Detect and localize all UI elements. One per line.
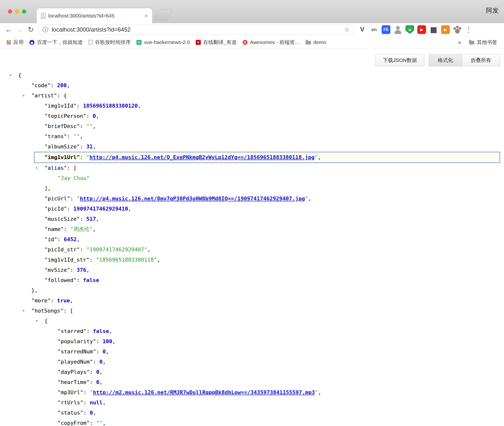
- json-string: ": [315, 389, 318, 395]
- folder-icon: [306, 41, 311, 44]
- vimium-extension-icon[interactable]: V: [358, 25, 367, 34]
- json-url-link[interactable]: http://p4.music.126.net/Q_ExePNkmgB2yWyL…: [89, 154, 314, 160]
- json-punct: :: [76, 103, 83, 109]
- json-num: 0: [96, 369, 99, 375]
- download-json-button[interactable]: 下载JSON数据: [375, 54, 424, 66]
- baidu-icon: [29, 40, 34, 45]
- json-key: "hotSongs": [31, 308, 63, 314]
- json-punct: ,: [109, 328, 112, 334]
- bookmark-item[interactable]: 应用: [4, 38, 26, 47]
- paw-extension-icon[interactable]: [453, 25, 462, 34]
- json-punct: ,: [308, 196, 311, 202]
- window-minimize-button[interactable]: [15, 9, 19, 14]
- forward-icon: →: [14, 26, 25, 33]
- apps-icon: [7, 40, 11, 44]
- json-line: "code": 200,: [0, 80, 504, 91]
- json-punct: ,: [70, 298, 73, 304]
- tab-close-icon[interactable]: ×: [144, 13, 148, 19]
- json-punct: :: [57, 236, 64, 242]
- format-button[interactable]: 格式化: [429, 54, 462, 66]
- browser-tab[interactable]: localhost:3000/artists?id=645 ×: [36, 8, 152, 23]
- address-bar[interactable]: ⓘ localhost:3000/artists?id=6452 ☆: [38, 25, 354, 35]
- collapse-toggle-icon[interactable]: ▼: [23, 91, 25, 101]
- other-bookmarks-folder[interactable]: 其他书签: [466, 38, 500, 47]
- collapse-toggle-icon[interactable]: ▼: [9, 70, 11, 80]
- json-line: ▼"artist": {: [0, 91, 504, 101]
- json-punct: ,: [147, 247, 151, 253]
- collapse-toggle-icon[interactable]: ▼: [36, 163, 38, 173]
- bookmark-label: 百度一下，你就知道: [37, 39, 83, 46]
- bookmark-star-icon[interactable]: ☆: [344, 26, 350, 34]
- json-key: "musicSize": [44, 216, 80, 222]
- json-punct: [: [70, 308, 73, 314]
- bookmark-item[interactable]: 谷歌按时间排序: [86, 38, 134, 47]
- json-line: "musicSize": 517,: [0, 214, 504, 224]
- json-punct: :: [80, 154, 86, 160]
- browser-menu-icon[interactable]: ⋮: [465, 25, 472, 34]
- bookmark-item[interactable]: AAwesomes - 前端资…: [240, 38, 303, 47]
- site-info-icon[interactable]: ⓘ: [42, 26, 48, 34]
- tab-strip: localhost:3000/artists?id=645 × 阿发: [0, 0, 504, 23]
- back-icon[interactable]: ←: [3, 26, 14, 33]
- awesomes-icon: A: [243, 40, 248, 45]
- browser-toolbar: ← → ↻ ⓘ localhost:3000/artists?id=6452 ☆…: [0, 23, 504, 36]
- url-text[interactable]: localhost:3000/artists?id=6452: [52, 26, 341, 33]
- translate-extension-icon[interactable]: en: [370, 25, 378, 34]
- json-punct: :: [96, 338, 103, 344]
- new-tab-button[interactable]: [154, 9, 173, 20]
- json-line: "img1v1Id": 18569651883380120,: [0, 101, 504, 111]
- json-line: ▼"hotSongs": [: [0, 306, 504, 316]
- json-string: ": [86, 154, 89, 160]
- profile-name[interactable]: 阿发: [486, 6, 499, 15]
- collapse-toggle-icon[interactable]: ▼: [23, 306, 25, 316]
- json-key: "more": [31, 298, 50, 304]
- json-bool: false: [93, 328, 109, 334]
- json-num: 0: [96, 379, 99, 385]
- bookmark-item[interactable]: Y在线翻译_有道: [193, 38, 240, 47]
- json-bool: false: [83, 277, 99, 283]
- json-punct: :: [76, 277, 83, 283]
- bookmark-label: 谷歌按时间排序: [95, 39, 131, 46]
- json-punct: ,: [106, 349, 109, 355]
- json-line: "albumSize": 31,: [0, 142, 504, 152]
- json-key: "starred": [58, 328, 86, 334]
- json-punct: :: [90, 369, 96, 375]
- collapse-all-button[interactable]: 折叠所有: [462, 54, 500, 66]
- reload-icon[interactable]: ↻: [25, 26, 36, 33]
- qr-extension-icon[interactable]: ▦: [429, 25, 438, 34]
- user-extension-icon[interactable]: [394, 25, 402, 34]
- json-line: "picId_str": "19097417462929407",: [0, 245, 504, 255]
- collapse-toggle-icon[interactable]: ▼: [36, 316, 38, 326]
- bookmark-label: Awesomes - 前端资…: [250, 39, 300, 46]
- fe-extension-icon[interactable]: FE: [382, 25, 390, 34]
- json-punct: ,: [128, 206, 131, 212]
- extensions-area: VenFEu▶▦▶: [358, 25, 462, 34]
- player-extension-icon[interactable]: ▶: [441, 25, 450, 34]
- shield-extension-icon[interactable]: u: [405, 25, 414, 34]
- vue-icon: V: [136, 40, 142, 45]
- json-key: "starredNum": [58, 349, 96, 355]
- bookmarks-overflow-icon[interactable]: »: [458, 39, 461, 46]
- json-url-link[interactable]: http://p4.music.126.net/8mv7qP30Pd3oHW8b…: [80, 196, 305, 202]
- json-punct: ,: [112, 338, 115, 344]
- json-punct: :: [64, 226, 70, 232]
- json-punct: {: [44, 318, 48, 324]
- json-bool: true: [57, 298, 70, 304]
- json-line: "copyFrom": "",: [0, 418, 504, 426]
- json-punct: :: [80, 123, 86, 129]
- json-punct: :: [86, 328, 93, 334]
- folder-icon: [469, 41, 474, 44]
- youtube-extension-icon[interactable]: ▶: [417, 25, 426, 34]
- json-punct: ,: [67, 82, 70, 88]
- json-num: 517: [86, 216, 96, 222]
- json-key: "picUrl": [44, 196, 70, 202]
- bookmark-item[interactable]: 百度一下，你就知道: [26, 38, 86, 47]
- window-close-button[interactable]: [8, 9, 12, 14]
- bookmark-item[interactable]: Vvue-hackernews-2.0: [134, 38, 193, 46]
- json-url-link[interactable]: http://m2.music.126.net/RMJR7wDullRqppBk…: [93, 389, 315, 395]
- json-line: },: [0, 285, 504, 296]
- window-zoom-button[interactable]: [22, 9, 26, 14]
- json-line: "picId": 19097417462929410,: [0, 204, 504, 214]
- bookmark-item[interactable]: demo: [303, 38, 329, 46]
- json-key: "playedNum": [58, 359, 93, 365]
